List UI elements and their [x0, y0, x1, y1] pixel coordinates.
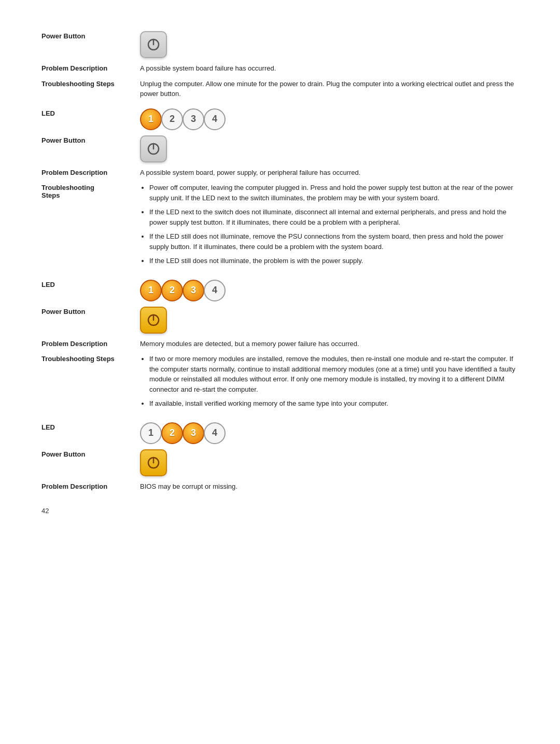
power-icon-3 [146, 312, 161, 328]
power-button-4 [140, 449, 167, 476]
problem-desc-text-3: Memory modules are detected, but a memor… [140, 339, 519, 349]
power-button-row-4: Power Button [41, 449, 519, 476]
led-3-3: 3 [183, 280, 204, 301]
troubleshooting-row-2: TroubleshootingSteps Power off computer,… [41, 183, 519, 270]
power-btn-graphic-1 [140, 31, 167, 58]
led-4-3: 4 [204, 280, 226, 301]
step-3-1: If two or more memory modules are instal… [149, 354, 519, 394]
led-indicator-group-3: 1 2 3 4 [140, 280, 519, 301]
troubleshooting-label-2: TroubleshootingSteps [41, 183, 140, 199]
problem-desc-row-4: Problem Description BIOS may be corrupt … [41, 481, 519, 492]
power-btn-graphic-2 [140, 135, 167, 162]
power-button-label-1: Power Button [41, 31, 140, 40]
led-1-3: 1 [140, 280, 162, 301]
led-1-4: 1 [140, 422, 162, 444]
led-row-4: LED 1 2 3 4 [41, 422, 519, 444]
section-3: LED 1 2 3 4 Power Button Problem [41, 280, 519, 413]
led-icons-2: 1 2 3 4 [140, 108, 519, 130]
led-4-2: 4 [204, 108, 226, 130]
power-button-1 [140, 31, 167, 58]
section-1: Power Button Problem Description A possi… [41, 31, 519, 99]
power-button-label-4: Power Button [41, 449, 140, 458]
power-button-row-2: Power Button [41, 135, 519, 162]
troubleshooting-row-3: Troubleshooting Steps If two or more mem… [41, 354, 519, 413]
led-label-3: LED [41, 280, 140, 288]
power-icon-1 [146, 37, 161, 52]
problem-desc-text-4: BIOS may be corrupt or missing. [140, 481, 519, 492]
problem-desc-label-2: Problem Description [41, 168, 140, 176]
power-btn-graphic-3 [140, 307, 167, 334]
led-2-2: 2 [161, 108, 183, 130]
step-2-2: If the LED next to the switch does not i… [149, 207, 519, 227]
power-button-label-2: Power Button [41, 135, 140, 144]
power-button-2 [140, 135, 167, 162]
problem-desc-row-1: Problem Description A possible system bo… [41, 63, 519, 74]
step-2-1: Power off computer, leaving the computer… [149, 183, 519, 203]
led-3-2: 3 [183, 108, 204, 130]
power-button-icon-wrap-2 [140, 135, 519, 162]
led-row-2: LED 1 2 3 4 [41, 108, 519, 130]
troubleshooting-list-2: Power off computer, leaving the computer… [140, 183, 519, 270]
led-label-4: LED [41, 422, 140, 431]
power-button-row-3: Power Button [41, 307, 519, 334]
power-icon-2 [146, 141, 161, 157]
power-button-label-3: Power Button [41, 307, 140, 315]
led-row-3: LED 1 2 3 4 [41, 280, 519, 301]
led-icons-4: 1 2 3 4 [140, 422, 519, 444]
step-2-4: If the LED still does not illuminate, th… [149, 256, 519, 266]
power-btn-graphic-4 [140, 449, 167, 476]
power-button-icon-wrap-4 [140, 449, 519, 476]
problem-desc-label-3: Problem Description [41, 339, 140, 348]
problem-desc-label-4: Problem Description [41, 481, 140, 490]
problem-desc-label-1: Problem Description [41, 63, 140, 72]
led-indicator-group-4: 1 2 3 4 [140, 422, 519, 444]
problem-desc-row-3: Problem Description Memory modules are d… [41, 339, 519, 349]
led-indicator-group-2: 1 2 3 4 [140, 108, 519, 130]
troubleshooting-text-1: Unplug the computer. Allow one minute fo… [140, 79, 519, 99]
section-4: LED 1 2 3 4 Power Button Problem [41, 422, 519, 492]
power-icon-4 [146, 455, 161, 471]
page-number: 42 [41, 507, 519, 515]
power-button-icon-wrap-1 [140, 31, 519, 58]
troubleshooting-label-3: Troubleshooting Steps [41, 354, 140, 363]
troubleshooting-row-1: Troubleshooting Steps Unplug the compute… [41, 79, 519, 99]
step-2-3: If the LED still does not illuminate, re… [149, 231, 519, 252]
led-3-4: 3 [183, 422, 204, 444]
power-button-3 [140, 307, 167, 334]
troubleshooting-steps-list-3: If two or more memory modules are instal… [140, 354, 519, 409]
power-button-icon-wrap-3 [140, 307, 519, 334]
led-2-3: 2 [161, 280, 183, 301]
power-button-row-1: Power Button [41, 31, 519, 58]
led-icons-3: 1 2 3 4 [140, 280, 519, 301]
led-4-4: 4 [204, 422, 226, 444]
section-2: LED 1 2 3 4 Power Button Problem [41, 108, 519, 270]
led-2-4: 2 [161, 422, 183, 444]
problem-desc-text-2: A possible system board, power supply, o… [140, 168, 519, 178]
troubleshooting-steps-list-2: Power off computer, leaving the computer… [140, 183, 519, 266]
led-label-2: LED [41, 108, 140, 117]
troubleshooting-list-3: If two or more memory modules are instal… [140, 354, 519, 413]
step-3-2: If available, install verified working m… [149, 398, 519, 409]
led-1-2: 1 [140, 108, 162, 130]
troubleshooting-label-1: Troubleshooting Steps [41, 79, 140, 88]
problem-desc-text-1: A possible system board failure has occu… [140, 63, 519, 74]
problem-desc-row-2: Problem Description A possible system bo… [41, 168, 519, 178]
